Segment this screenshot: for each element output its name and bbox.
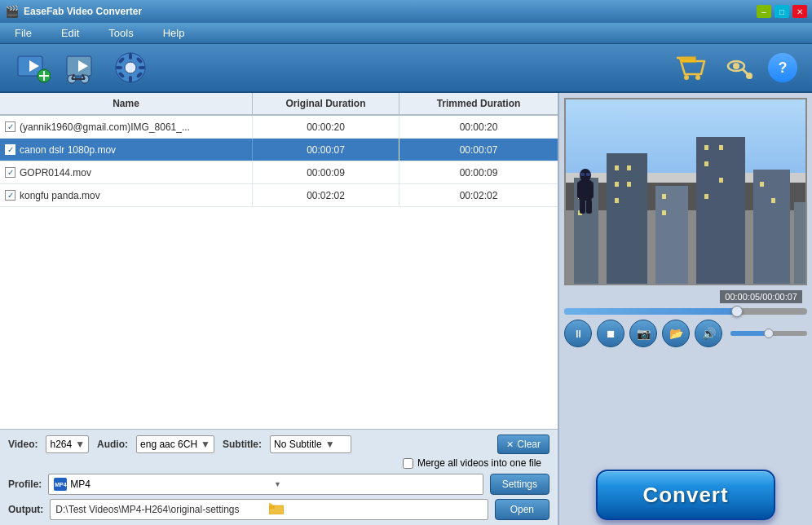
svg-rect-39 bbox=[580, 173, 585, 176]
folder-open-icon: 📂 bbox=[669, 327, 683, 340]
file-checkbox-2[interactable] bbox=[5, 167, 15, 178]
add-video-button[interactable] bbox=[12, 48, 53, 87]
menu-edit[interactable]: Edit bbox=[55, 25, 86, 41]
volume-slider[interactable] bbox=[730, 331, 807, 336]
clear-button[interactable]: ✕ Clear bbox=[497, 435, 549, 454]
time-display-container: 00:00:05/00:00:07 bbox=[564, 290, 807, 303]
svg-rect-38 bbox=[586, 200, 592, 214]
svg-rect-32 bbox=[269, 505, 275, 509]
stop-button[interactable]: ⏹ bbox=[597, 320, 624, 347]
col-header-original-duration: Original Duration bbox=[253, 93, 399, 114]
merge-label: Merge all videos into one file bbox=[417, 457, 541, 469]
file-name-1: canon dslr 1080p.mov bbox=[20, 144, 116, 156]
time-display: 00:00:05/00:00:07 bbox=[720, 290, 802, 303]
subtitle-select[interactable]: No Subtitle ▼ bbox=[270, 435, 351, 453]
window-light bbox=[704, 145, 708, 150]
window-light bbox=[719, 178, 723, 183]
clear-icon: ✕ bbox=[506, 439, 514, 450]
minimize-button[interactable]: – bbox=[757, 5, 771, 18]
convert-button[interactable]: Convert bbox=[596, 470, 775, 520]
app-icon: 🎬 bbox=[5, 5, 19, 18]
output-open-button[interactable]: Open bbox=[495, 499, 549, 520]
profile-label: Profile: bbox=[8, 479, 42, 490]
open-folder-button[interactable]: 📂 bbox=[662, 320, 690, 347]
audio-dropdown-arrow: ▼ bbox=[201, 439, 210, 450]
menu-tools[interactable]: Tools bbox=[102, 25, 139, 41]
file-name-2: GOPR0144.mov bbox=[20, 167, 91, 179]
shop-button[interactable] bbox=[673, 51, 707, 85]
screenshot-button[interactable]: 📷 bbox=[629, 320, 657, 347]
profile-select[interactable]: MP4 MP4 ▼ bbox=[48, 474, 483, 495]
maximize-button[interactable]: □ bbox=[774, 5, 789, 18]
file-trim-dur-2: 00:00:09 bbox=[399, 161, 558, 183]
help-button[interactable]: ? bbox=[766, 51, 800, 85]
volume-button[interactable]: 🔊 bbox=[695, 320, 722, 347]
right-panel: 00:00:05/00:00:07 ⏸ ⏹ 📷 📂 🔊 bbox=[559, 93, 812, 525]
building-6 bbox=[794, 202, 805, 284]
window-light bbox=[662, 210, 666, 215]
audio-label: Audio: bbox=[97, 439, 128, 450]
svg-rect-37 bbox=[580, 200, 585, 214]
window-light bbox=[627, 182, 631, 187]
svg-rect-16 bbox=[116, 66, 122, 69]
table-row[interactable]: canon dslr 1080p.mov 00:00:07 00:00:07 bbox=[0, 139, 558, 161]
subtitle-dropdown-arrow: ▼ bbox=[325, 439, 335, 450]
subtitle-label: Subtitle: bbox=[223, 439, 262, 450]
seek-bar-container bbox=[564, 308, 807, 315]
volume-icon: 🔊 bbox=[702, 327, 716, 340]
file-orig-dur-1: 00:00:07 bbox=[253, 139, 399, 161]
output-label: Output: bbox=[8, 504, 43, 515]
seek-fill bbox=[564, 308, 737, 315]
col-header-name: Name bbox=[0, 93, 253, 114]
table-row[interactable]: (yannik1960@gmail.com)IMG_8061_... 00:00… bbox=[0, 116, 558, 139]
bottom-controls: Video: h264 ▼ Audio: eng aac 6CH ▼ Subti… bbox=[0, 429, 558, 525]
stop-icon: ⏹ bbox=[606, 328, 616, 340]
seek-bar[interactable] bbox=[564, 308, 807, 315]
profile-dropdown-arrow: ▼ bbox=[274, 480, 478, 488]
file-checkbox-0[interactable] bbox=[5, 121, 15, 132]
file-list-area: Name Original Duration Trimmed Duration … bbox=[0, 93, 558, 429]
svg-point-23 bbox=[695, 75, 700, 80]
mp4-icon: MP4 bbox=[54, 478, 67, 491]
volume-thumb[interactable] bbox=[764, 329, 774, 338]
menu-file[interactable]: File bbox=[8, 25, 38, 41]
file-checkbox-1[interactable] bbox=[5, 144, 15, 155]
file-trim-dur-0: 00:00:20 bbox=[399, 116, 558, 138]
svg-rect-14 bbox=[129, 53, 132, 60]
menu-help[interactable]: Help bbox=[157, 25, 192, 41]
edit-video-button[interactable] bbox=[61, 48, 102, 87]
menu-bar: File Edit Tools Help bbox=[0, 23, 812, 44]
svg-rect-17 bbox=[139, 66, 145, 69]
output-folder-icon bbox=[269, 503, 483, 517]
register-button[interactable] bbox=[719, 51, 753, 85]
table-row[interactable]: kongfu panda.mov 00:02:02 00:02:02 bbox=[0, 184, 558, 207]
profile-settings-button[interactable]: Settings bbox=[490, 474, 549, 495]
table-row[interactable]: GOPR0144.mov 00:00:09 00:00:09 bbox=[0, 161, 558, 184]
window-light bbox=[615, 165, 619, 170]
file-orig-dur-3: 00:02:02 bbox=[253, 184, 399, 206]
output-row: Output: D:\Test Videos\MP4-H264\original… bbox=[8, 499, 549, 520]
pause-icon: ⏸ bbox=[573, 328, 584, 340]
seek-thumb[interactable] bbox=[731, 306, 743, 317]
building-4 bbox=[696, 137, 745, 284]
merge-checkbox[interactable] bbox=[403, 458, 413, 469]
video-audio-row: Video: h264 ▼ Audio: eng aac 6CH ▼ Subti… bbox=[8, 435, 549, 454]
video-dropdown-arrow: ▼ bbox=[75, 439, 85, 450]
building-5 bbox=[753, 170, 790, 284]
toolbar-right: ? bbox=[673, 51, 800, 85]
window-light bbox=[615, 198, 619, 203]
video-codec-select[interactable]: h264 ▼ bbox=[46, 435, 89, 453]
file-list-header: Name Original Duration Trimmed Duration bbox=[0, 93, 558, 116]
close-button[interactable]: ✕ bbox=[792, 5, 807, 18]
person-silhouette bbox=[574, 169, 597, 214]
title-bar: 🎬 EaseFab Video Converter – □ ✕ bbox=[0, 0, 812, 23]
file-checkbox-3[interactable] bbox=[5, 190, 15, 201]
audio-codec-select[interactable]: eng aac 6CH ▼ bbox=[136, 435, 214, 453]
volume-fill bbox=[730, 331, 769, 336]
sky-background bbox=[566, 99, 805, 173]
settings-gear-button[interactable] bbox=[110, 48, 151, 87]
window-light bbox=[662, 194, 666, 199]
output-path-select[interactable]: D:\Test Videos\MP4-H264\original-setting… bbox=[50, 499, 488, 520]
building-3 bbox=[655, 186, 688, 284]
pause-button[interactable]: ⏸ bbox=[564, 320, 592, 347]
